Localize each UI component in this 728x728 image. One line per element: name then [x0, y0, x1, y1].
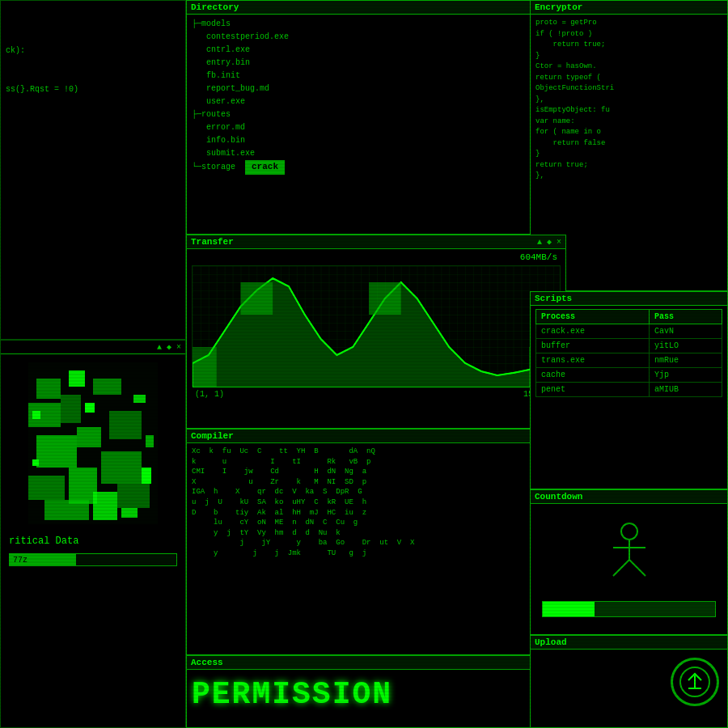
upload-icon[interactable] [671, 658, 719, 706]
pass-cell: aMIUB [650, 383, 722, 397]
process-cell: cache [536, 368, 650, 383]
upload-titlebar: Upload [531, 636, 727, 650]
dir-file-3: entry.bin [192, 57, 561, 70]
svg-rect-19 [32, 459, 39, 466]
left-bottom-panel: ▲ ◆ × ritical Data 77z [0, 340, 186, 728]
encryptor-title: Encryptor [535, 2, 582, 12]
process-cell: penet [536, 383, 650, 397]
dir-routes-folder: ├─routes [192, 108, 561, 121]
permission-text: PERMISSION [192, 673, 561, 710]
process-cell: trans.exe [536, 353, 650, 368]
encryptor-titlebar: Encryptor [531, 1, 727, 15]
chart-footer: (1, 1) 15:47:0 [192, 388, 561, 400]
countdown-content [531, 504, 727, 632]
transfer-panel: Transfer ▲ ◆ × 604MB/s [186, 235, 566, 429]
crack-label: crack [245, 160, 285, 175]
dir-models-folder: ├─models [192, 18, 561, 31]
svg-rect-4 [61, 395, 81, 423]
transfer-titlebar: Transfer ▲ ◆ × [187, 235, 565, 249]
svg-rect-11 [101, 451, 142, 484]
svg-rect-8 [109, 411, 142, 439]
directory-tree: ├─models contestperiod.exe cntrl.exe ent… [192, 18, 561, 175]
chart-position: (1, 1) [195, 390, 224, 399]
left-code-content: ck): ss(}.Rqst = !0) [1, 1, 185, 114]
dir-file-8: info.bin [192, 134, 561, 147]
svg-rect-18 [146, 435, 154, 447]
upload-content [531, 650, 727, 714]
svg-point-28 [621, 523, 637, 540]
dir-file-7: error.md [192, 121, 561, 134]
scripts-content: Process Pass crack.exe CavN buffer yitLO… [531, 306, 727, 486]
left-bottom-controls[interactable]: ▲ ◆ × [157, 342, 181, 352]
pixel-art-image [28, 362, 158, 524]
svg-rect-7 [77, 427, 101, 447]
dir-file-2: cntrl.exe [192, 44, 561, 57]
progress-value: 77z [13, 556, 28, 565]
transfer-controls[interactable]: ▲ ◆ × [537, 237, 561, 247]
countdown-progress-fill [543, 602, 595, 616]
table-row: cache Yjp [536, 368, 722, 383]
svg-rect-16 [85, 403, 95, 413]
compiler-matrix: Xc k fu Uc C tt YH B dA nQ k u I tI Rk v… [192, 447, 561, 559]
svg-line-32 [629, 560, 645, 576]
countdown-panel: Countdown [530, 489, 728, 635]
scripts-titlebar: Scripts [531, 292, 727, 306]
access-panel: Access ▲ ◆ × PERMISSION [186, 655, 566, 728]
countdown-progress-bar [542, 601, 716, 617]
dir-file-9: submit.exe [192, 147, 561, 160]
pass-cell: yitLO [650, 339, 722, 353]
directory-title: Directory [191, 2, 239, 12]
left-code-panel: ck): ss(}.Rqst = !0) [0, 0, 186, 340]
dir-file-1: contestperiod.exe [192, 31, 561, 44]
minimize-icon[interactable]: ▲ [157, 343, 162, 352]
directory-content: ├─models contestperiod.exe cntrl.exe ent… [187, 15, 565, 231]
left-bottom-titlebar: ▲ ◆ × [1, 341, 185, 354]
settings-icon[interactable]: ◆ [547, 237, 552, 247]
svg-rect-15 [32, 411, 40, 419]
compiler-title: Compiler [191, 431, 234, 441]
svg-rect-17 [133, 395, 146, 403]
countdown-titlebar: Countdown [531, 490, 727, 504]
transfer-title: Transfer [191, 237, 234, 247]
access-title: Access [191, 658, 223, 667]
svg-line-31 [613, 560, 629, 576]
countdown-figure [535, 507, 722, 595]
svg-rect-1 [36, 379, 61, 399]
upload-title: Upload [535, 637, 567, 647]
svg-rect-9 [28, 476, 65, 500]
svg-rect-24 [240, 282, 273, 315]
settings-icon[interactable]: ◆ [167, 342, 171, 352]
upload-panel: Upload [530, 635, 728, 728]
svg-rect-12 [117, 484, 150, 508]
table-row: penet aMIUB [536, 383, 722, 397]
close-icon[interactable]: × [176, 343, 181, 352]
compiler-titlebar: Compiler ▲ ◆ × [187, 430, 565, 443]
encryptor-code: proto = getPro if ( !proto ) return true… [535, 18, 722, 182]
compiler-panel: Compiler ▲ ◆ × Xc k fu Uc C tt YH B dA n… [186, 429, 566, 655]
countdown-figure-svg [597, 515, 662, 580]
minimize-icon[interactable]: ▲ [537, 238, 542, 247]
compiler-content: Xc k fu Uc C tt YH B dA nQ k u I tI Rk v… [187, 443, 565, 652]
dir-file-4: fb.init [192, 70, 561, 83]
pass-cell: Yjp [650, 368, 722, 383]
critical-data-label: ritical Data [1, 532, 185, 550]
dir-file-5: report_bug.md [192, 83, 561, 95]
close-icon[interactable]: × [557, 238, 561, 247]
svg-rect-10 [69, 468, 97, 504]
svg-rect-2 [69, 370, 85, 387]
svg-rect-5 [93, 379, 121, 395]
upload-svg-icon [679, 666, 711, 698]
table-row: buffer yitLO [536, 339, 722, 353]
svg-rect-6 [36, 435, 77, 468]
pass-cell: CavN [650, 324, 722, 339]
svg-rect-21 [121, 508, 138, 518]
svg-rect-25 [369, 282, 401, 315]
scripts-col-pass: Pass [650, 310, 722, 324]
dir-storage-row: └─storage crack [192, 160, 561, 175]
svg-rect-13 [44, 500, 89, 520]
scripts-panel: Scripts Process Pass crack.exe CavN buff… [530, 291, 728, 489]
access-content: PERMISSION [187, 670, 565, 725]
countdown-title: Countdown [535, 492, 582, 502]
svg-rect-20 [142, 468, 151, 484]
scripts-col-process: Process [536, 310, 650, 324]
